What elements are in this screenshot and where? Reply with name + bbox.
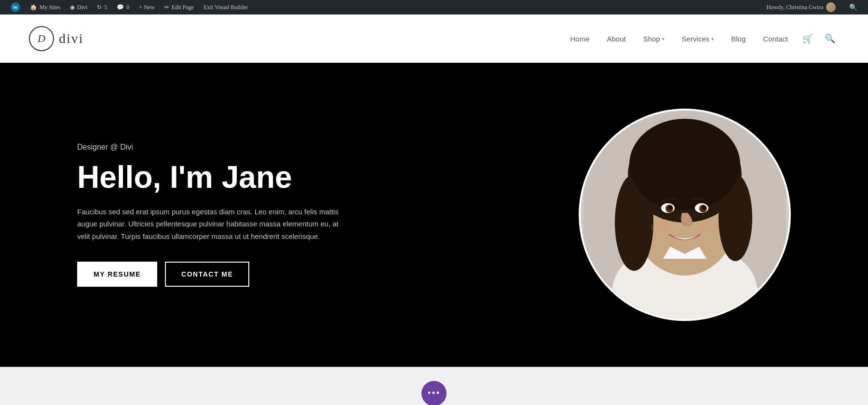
nav-contact-label: Contact: [763, 35, 788, 43]
howdy-section: Howdy, Christina Gwira: [761, 2, 841, 12]
wp-icon: W: [11, 2, 20, 12]
avatar: [826, 2, 836, 12]
updates-count: 5: [104, 4, 107, 11]
hero-description: Faucibus sed sed erat ipsum purus egesta…: [77, 206, 347, 243]
logo[interactable]: D divi: [29, 26, 84, 51]
nav-services-label: Services: [682, 35, 710, 43]
footer-section: •••: [0, 367, 868, 405]
main-nav: Home About Shop ▾ Services ▾ Blog Contac…: [563, 29, 839, 48]
resume-button[interactable]: MY RESUME: [77, 262, 157, 287]
howdy-text: Howdy, Christina Gwira: [766, 4, 823, 11]
nav-services[interactable]: Services ▾: [675, 31, 721, 47]
nav-about-label: About: [607, 35, 625, 43]
comments-button[interactable]: 💬 0: [112, 0, 134, 14]
wp-logo-button[interactable]: W: [6, 0, 25, 14]
site-header: D divi Home About Shop ▾ Services ▾ Blog…: [0, 14, 868, 63]
nav-home-label: Home: [570, 35, 589, 43]
nav-contact[interactable]: Contact: [756, 31, 795, 47]
nav-about[interactable]: About: [600, 31, 632, 47]
edit-page-button[interactable]: ✏ Edit Page: [160, 0, 199, 14]
nav-blog[interactable]: Blog: [724, 31, 752, 47]
comments-count: 0: [126, 4, 129, 11]
edit-page-label: Edit Page: [172, 4, 194, 11]
my-sites-button[interactable]: 🏠 My Sites: [25, 0, 65, 14]
exit-visual-builder-button[interactable]: Exit Visual Builder: [199, 0, 253, 14]
comments-icon: 💬: [117, 4, 124, 11]
svg-point-15: [651, 222, 670, 233]
admin-bar: W 🏠 My Sites ◉ Divi ↻ 5 💬 0 + New ✏ Edit…: [0, 0, 868, 14]
logo-circle: D: [29, 26, 54, 51]
logo-text: divi: [59, 31, 84, 46]
hero-title: Hello, I'm Jane: [77, 160, 347, 194]
new-label: + New: [139, 4, 154, 11]
my-sites-label: My Sites: [40, 4, 60, 11]
svg-point-14: [702, 206, 706, 209]
nav-home[interactable]: Home: [563, 31, 596, 47]
updates-button[interactable]: ↻ 5: [92, 0, 112, 14]
search-icon[interactable]: 🔍: [821, 29, 839, 48]
contact-button[interactable]: CONTACT ME: [165, 262, 249, 287]
nav-blog-label: Blog: [731, 35, 746, 43]
nav-shop-label: Shop: [643, 35, 660, 43]
hero-section: Designer @ Divi Hello, I'm Jane Faucibus…: [0, 63, 868, 367]
new-button[interactable]: + New: [134, 0, 159, 14]
hero-content: Designer @ Divi Hello, I'm Jane Faucibus…: [77, 143, 347, 287]
divi-label: Divi: [77, 4, 87, 11]
edit-icon: ✏: [164, 4, 169, 11]
svg-point-13: [668, 206, 672, 209]
hero-person-svg: [583, 109, 786, 319]
hero-buttons: MY RESUME CONTACT ME: [77, 262, 347, 287]
admin-search-button[interactable]: 🔍: [844, 3, 862, 12]
services-chevron-icon: ▾: [711, 36, 714, 42]
exit-visual-builder-label: Exit Visual Builder: [203, 4, 248, 11]
shop-chevron-icon: ▾: [662, 36, 665, 42]
hero-avatar: [579, 109, 791, 321]
nav-shop[interactable]: Shop ▾: [637, 31, 671, 47]
hero-image-area: [579, 109, 791, 321]
dots-button[interactable]: •••: [421, 381, 447, 405]
hero-subtitle: Designer @ Divi: [77, 143, 347, 152]
dots-label: •••: [427, 388, 440, 399]
updates-icon: ↻: [97, 4, 102, 11]
svg-point-8: [629, 119, 740, 210]
logo-letter: D: [38, 32, 45, 45]
divi-icon: ◉: [70, 4, 75, 11]
svg-point-16: [699, 222, 719, 233]
cart-icon[interactable]: 🛒: [799, 29, 817, 48]
my-sites-icon: 🏠: [30, 4, 37, 11]
divi-button[interactable]: ◉ Divi: [65, 0, 92, 14]
